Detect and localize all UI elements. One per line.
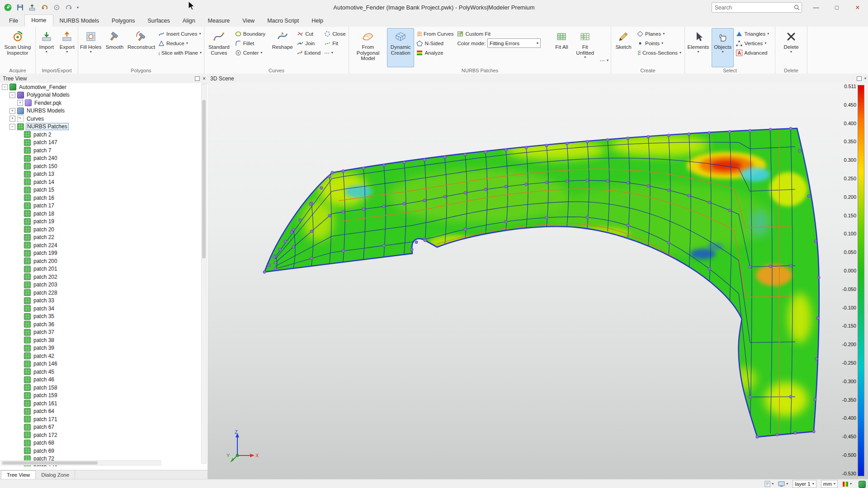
tab-tree-view[interactable]: Tree View [1, 470, 36, 479]
tree-item-patch-158[interactable]: patch 158 [0, 384, 202, 392]
report-caret-icon[interactable]: ▾ [772, 482, 774, 486]
tree-item-patch-33[interactable]: patch 33 [0, 297, 202, 305]
search-field[interactable] [714, 4, 794, 11]
tree-horizontal-scrollbar[interactable] [1, 460, 161, 465]
tree-item-patch-2[interactable]: patch 2 [0, 131, 202, 139]
minimize-button[interactable]: — [806, 0, 826, 15]
tree-item-automotive-fender[interactable]: −Automotive_Fender [0, 83, 202, 91]
tree-item-patch-36[interactable]: patch 36 [0, 320, 202, 328]
tree-item-patch-69[interactable]: patch 69 [0, 447, 202, 455]
n-sided-button[interactable]: N-Sided [415, 38, 455, 48]
fill-holes-button[interactable]: Fill Holes ▾ [79, 28, 103, 67]
tree-item-patch-199[interactable]: patch 199 [0, 249, 202, 258]
export-caret-icon[interactable]: ▾ [66, 50, 68, 54]
tab-polygons[interactable]: Polygons [105, 15, 141, 27]
tab-macro-script[interactable]: Macro Script [261, 15, 305, 27]
insert-curves-caret-icon[interactable]: ▾ [199, 32, 201, 36]
customize-toolbar-caret-icon[interactable]: ▾ [77, 6, 79, 9]
color-options-caret-icon[interactable]: ▾ [850, 482, 852, 486]
select-advanced-button[interactable]: A Advanced [735, 48, 774, 57]
fender-model[interactable] [208, 83, 868, 479]
dynamic-creation-button[interactable]: Dynamic Creation [387, 28, 414, 67]
slice-with-plane-caret-icon[interactable]: ▾ [200, 51, 202, 55]
tree-expander-icon[interactable]: + [9, 116, 15, 122]
tree-item-patch-7[interactable]: patch 7 [0, 146, 202, 155]
tree-item-patch-150[interactable]: patch 150 [0, 162, 202, 170]
elements-caret-icon[interactable]: ▾ [698, 50, 699, 54]
tree-item-patch-228[interactable]: patch 228 [0, 289, 202, 297]
tree-item-fender-pqk[interactable]: +Fender.pqk [0, 99, 202, 107]
tree-item-patch-64[interactable]: patch 64 [0, 408, 202, 416]
tree-item-patch-171[interactable]: patch 171 [0, 415, 202, 423]
tree-item-patch-22[interactable]: patch 22 [0, 234, 202, 242]
analyze-button[interactable]: Analyze [415, 48, 455, 57]
tab-measure[interactable]: Measure [202, 15, 236, 27]
select-objects-button[interactable]: Objects ▾ [712, 28, 734, 67]
tree-vertical-scrollbar[interactable] [201, 84, 207, 464]
tree-item-patch-14[interactable]: patch 14 [0, 178, 202, 186]
slice-with-plane-button[interactable]: Slice with Plane ▾ [157, 48, 203, 57]
export-button[interactable]: Export ▾ [57, 28, 77, 67]
scene-float-icon[interactable] [857, 76, 862, 81]
reshape-button[interactable]: Reshape [270, 28, 295, 67]
3d-scene-viewport[interactable]: 0.5110.4500.4000.3500.3000.2500.2000.150… [208, 83, 868, 479]
repeat-button[interactable] [52, 4, 61, 12]
tree-panel-close-icon[interactable]: × [203, 76, 206, 81]
tree-item-curves[interactable]: +Curves [0, 115, 202, 123]
tree-item-patch-17[interactable]: patch 17 [0, 202, 202, 210]
curves-more-button[interactable]: ⋯ ▾ [323, 48, 348, 57]
tab-file[interactable]: File [3, 15, 24, 27]
tree-expander-icon[interactable]: + [17, 100, 23, 106]
objects-caret-icon[interactable]: ▾ [722, 50, 724, 54]
search-input[interactable] [712, 2, 802, 13]
reduce-button[interactable]: Reduce ▾ [157, 38, 203, 48]
tree-item-patch-16[interactable]: patch 16 [0, 194, 202, 202]
tree-item-patch-13[interactable]: patch 13 [0, 170, 202, 178]
planes-caret-icon[interactable]: ▾ [663, 32, 665, 36]
select-vertices-button[interactable]: Vertices ▾ [735, 38, 774, 48]
join-button[interactable]: Join [296, 38, 322, 48]
boundary-button[interactable]: Boundary [234, 29, 269, 38]
tree-hscroll-thumb[interactable] [2, 461, 98, 465]
custom-fit-button[interactable]: Custom Fit [456, 29, 551, 38]
extend-button[interactable]: Extend [296, 48, 322, 57]
tree-expander-icon[interactable]: − [2, 84, 8, 90]
tab-help[interactable]: Help [305, 15, 330, 27]
color-mode-caret-icon[interactable]: ▾ [537, 41, 538, 45]
units-caret-icon[interactable]: ▾ [834, 482, 835, 486]
tab-surfaces[interactable]: Surfaces [141, 15, 176, 27]
redo-button[interactable] [65, 4, 73, 12]
tree-item-patch-201[interactable]: patch 201 [0, 265, 202, 273]
tab-home[interactable]: Home [24, 14, 53, 27]
layer-select[interactable]: layer 1 ▾ [793, 480, 816, 488]
tree-item-patch-146[interactable]: patch 146 [0, 360, 202, 368]
export-project-button[interactable] [28, 4, 36, 12]
tree-item-patch-202[interactable]: patch 202 [0, 273, 202, 281]
tree-item-nurbs-models[interactable]: +NURBS Models [0, 107, 202, 115]
display-options-button[interactable]: ▾ [778, 481, 788, 487]
tree-item-patch-203[interactable]: patch 203 [0, 281, 202, 289]
tree-item-patch-35[interactable]: patch 35 [0, 313, 202, 321]
center-button[interactable]: Center ▾ [234, 48, 269, 57]
from-polygonal-model-button[interactable]: From Polygonal Model [350, 28, 386, 67]
tree-item-patch-34[interactable]: patch 34 [0, 305, 202, 313]
tree-item-patch-19[interactable]: patch 19 [0, 218, 202, 226]
fit-all-button[interactable]: Fit All [552, 28, 572, 67]
sketch-button[interactable]: Sketch [612, 28, 635, 67]
tree-item-patch-147[interactable]: patch 147 [0, 139, 202, 147]
tab-view[interactable]: View [236, 15, 261, 27]
maximize-button[interactable]: □ [826, 0, 847, 15]
tree-item-patch-200[interactable]: patch 200 [0, 257, 202, 265]
nurbs-more-caret-icon[interactable]: ▾ [607, 59, 609, 62]
tree-vscroll-thumb[interactable] [202, 100, 206, 259]
fill-holes-caret-icon[interactable]: ▾ [90, 50, 92, 54]
scene-menu-caret-icon[interactable]: ▾ [864, 77, 866, 80]
tree-item-patch-39[interactable]: patch 39 [0, 344, 202, 352]
tree-item-patch-161[interactable]: patch 161 [0, 399, 202, 408]
center-caret-icon[interactable]: ▾ [260, 51, 262, 55]
tab-nurbs-models[interactable]: NURBS Models [53, 15, 106, 27]
insert-curves-button[interactable]: Insert Curves ▾ [157, 29, 203, 38]
select-triangles-button[interactable]: Triangles ▾ [735, 29, 774, 38]
color-mode-select[interactable]: Fitting Errors ▾ [487, 38, 541, 48]
fit-curve-button[interactable]: Fit [323, 38, 348, 48]
